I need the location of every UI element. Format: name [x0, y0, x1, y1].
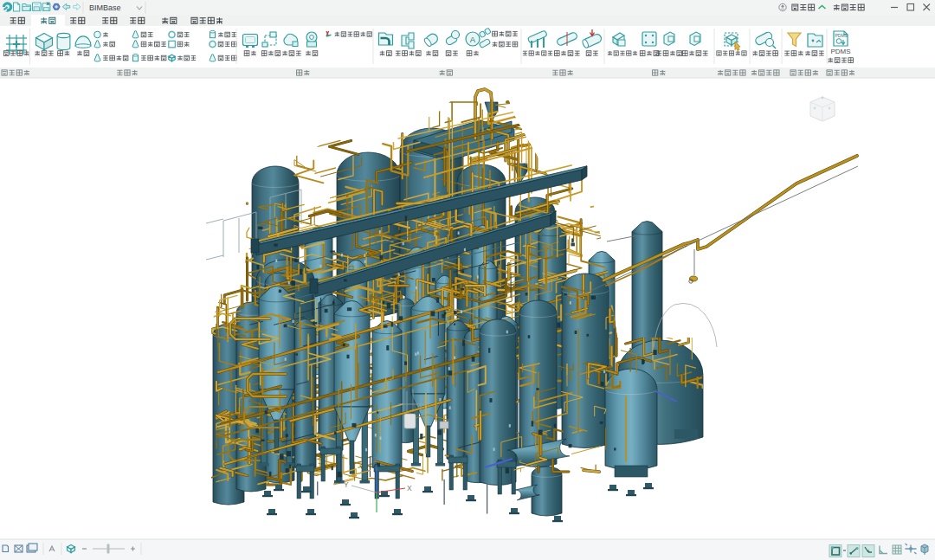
- svg-text:PDMS: PDMS: [835, 33, 848, 38]
- svg-text:Y: Y: [344, 480, 349, 489]
- svg-text:Z: Z: [373, 455, 377, 464]
- svg-text:X: X: [407, 484, 412, 492]
- svg-text:PDMS: PDMS: [830, 48, 850, 55]
- svg-text:A: A: [470, 35, 476, 44]
- svg-text:BIMBase: BIMBase: [89, 3, 121, 12]
